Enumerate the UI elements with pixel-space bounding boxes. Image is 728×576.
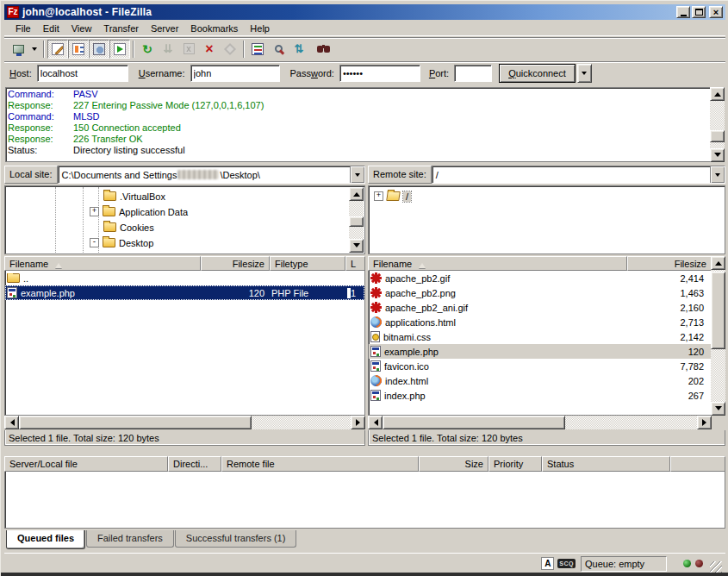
local-site-combobox[interactable]: C:\Documents and Settings\Desktop\: [58, 166, 365, 184]
file-row-example-php[interactable]: example.php120: [369, 344, 711, 359]
directory-comparison-button[interactable]: [268, 40, 289, 59]
speed-limit-indicator-icon[interactable]: SCQ: [557, 559, 576, 568]
scroll-right-button[interactable]: [697, 416, 712, 429]
menu-edit[interactable]: Edit: [37, 22, 65, 35]
expand-icon[interactable]: +: [90, 207, 99, 216]
file-row[interactable]: index.html202: [369, 373, 711, 388]
scroll-track[interactable]: [710, 101, 725, 148]
scroll-right-button[interactable]: [351, 416, 365, 429]
local-site-dropdown[interactable]: [350, 166, 364, 183]
file-row[interactable]: favicon.ico7,782: [369, 359, 711, 373]
menu-file[interactable]: File: [9, 22, 37, 35]
tree-item-root[interactable]: + /: [374, 189, 411, 203]
scroll-left-button[interactable]: [368, 416, 383, 429]
scroll-up-button[interactable]: [349, 187, 364, 201]
scroll-up-button[interactable]: [711, 256, 725, 270]
queue-header-size[interactable]: Size: [419, 456, 488, 472]
collapse-icon[interactable]: -: [90, 238, 99, 247]
scroll-thumb[interactable]: [383, 416, 565, 429]
cancel-operation-button[interactable]: x: [178, 40, 199, 59]
file-row[interactable]: apache_pb2_ani.gif2,160: [369, 300, 711, 315]
menu-transfer[interactable]: Transfer: [97, 22, 145, 35]
scroll-thumb[interactable]: [349, 216, 364, 227]
refresh-button[interactable]: ↻: [137, 40, 158, 59]
scroll-down-button[interactable]: [711, 402, 725, 416]
queue-header-server-local-file[interactable]: Server/Local file: [4, 456, 168, 472]
directory-listing-filters-button[interactable]: [247, 40, 268, 59]
remote-hscrollbar[interactable]: [368, 416, 712, 429]
site-manager-button[interactable]: [8, 40, 28, 59]
file-row[interactable]: apache_pb2.gif2,414: [369, 271, 711, 285]
header-filename[interactable]: Filename: [368, 256, 627, 271]
resize-grip[interactable]: [710, 561, 722, 573]
tab-queued-files[interactable]: Queued files: [6, 530, 85, 549]
file-row-example-php[interactable]: example.php 120 PHP File 1: [5, 285, 364, 300]
menu-bookmarks[interactable]: Bookmarks: [184, 22, 244, 35]
header-last-modified[interactable]: L: [345, 256, 365, 271]
password-input[interactable]: [339, 65, 420, 82]
close-button[interactable]: ×: [709, 6, 723, 18]
tree-item-virtualbox[interactable]: .VirtualBox: [103, 189, 165, 203]
file-row[interactable]: bitnami.css2,142: [369, 329, 711, 344]
queue-list[interactable]: [4, 472, 725, 529]
queue-header-priority[interactable]: Priority: [488, 456, 542, 472]
scroll-down-button[interactable]: [349, 239, 364, 253]
remote-site-dropdown[interactable]: [710, 166, 725, 183]
file-row[interactable]: apache_pb2.png1,463: [369, 285, 711, 300]
expand-icon[interactable]: +: [374, 191, 383, 201]
header-filetype[interactable]: Filetype: [270, 256, 345, 271]
port-input[interactable]: [454, 65, 492, 82]
menu-help[interactable]: Help: [244, 22, 276, 35]
log-scrollbar[interactable]: [710, 87, 725, 162]
host-input[interactable]: [37, 65, 128, 82]
toggle-transfer-queue-button[interactable]: [109, 40, 130, 59]
maximize-button[interactable]: [692, 6, 706, 18]
scroll-track[interactable]: [711, 270, 725, 402]
scroll-left-button[interactable]: [4, 416, 19, 429]
quickconnect-button[interactable]: Quickconnect: [499, 64, 576, 83]
minimize-button[interactable]: [676, 6, 690, 18]
tab-successful-transfers[interactable]: Successful transfers (1): [175, 530, 297, 548]
tree-item-cookies[interactable]: Cookies: [103, 220, 154, 235]
header-filename[interactable]: Filename: [4, 256, 201, 271]
quickconnect-dropdown[interactable]: [577, 64, 592, 83]
local-hscrollbar[interactable]: [4, 416, 365, 429]
tree-item-application-data[interactable]: +Application Data: [90, 204, 188, 219]
menu-server[interactable]: Server: [145, 22, 184, 35]
scroll-up-button[interactable]: [710, 87, 725, 101]
reconnect-button[interactable]: [220, 40, 240, 59]
queue-header-direction[interactable]: Directi...: [168, 456, 221, 472]
find-files-button[interactable]: [309, 40, 330, 59]
tab-failed-transfers[interactable]: Failed transfers: [86, 530, 174, 548]
scroll-track[interactable]: [383, 416, 697, 429]
scroll-thumb[interactable]: [710, 130, 725, 142]
remote-list-scrollbar[interactable]: [711, 256, 725, 416]
local-tree-scrollbar[interactable]: [349, 187, 364, 253]
menu-view[interactable]: View: [65, 22, 98, 35]
scroll-thumb[interactable]: [711, 272, 725, 349]
scroll-down-button[interactable]: [710, 148, 725, 162]
synchronized-browsing-button[interactable]: ⇅: [289, 40, 309, 59]
toggle-local-tree-button[interactable]: [68, 40, 89, 59]
file-row[interactable]: index.php267: [369, 388, 711, 403]
queue-header-status[interactable]: Status: [542, 456, 670, 472]
scroll-thumb[interactable]: [19, 416, 252, 429]
process-queue-button[interactable]: ⇊: [158, 40, 178, 59]
tree-item-desktop[interactable]: -Desktop: [90, 235, 153, 250]
file-row[interactable]: applications.html2,713: [369, 315, 711, 329]
disconnect-button[interactable]: ×: [199, 40, 220, 59]
scroll-track[interactable]: [19, 416, 351, 429]
site-manager-dropdown[interactable]: [28, 40, 40, 59]
toggle-remote-tree-button[interactable]: [89, 40, 109, 59]
header-filesize[interactable]: Filesize: [627, 256, 712, 271]
scroll-track[interactable]: [349, 201, 364, 239]
local-file-list: .. example.php 120 PHP File 1: [4, 271, 365, 416]
username-input[interactable]: [190, 65, 280, 82]
header-filesize[interactable]: Filesize: [201, 256, 270, 271]
file-row-parent[interactable]: ..: [5, 271, 364, 285]
transfer-type-indicator-icon[interactable]: A: [541, 557, 554, 570]
reconnect-icon: [224, 42, 236, 54]
remote-site-combobox[interactable]: /: [432, 166, 725, 184]
queue-header-remote-file[interactable]: Remote file: [221, 456, 419, 472]
toggle-message-log-button[interactable]: [47, 40, 68, 59]
